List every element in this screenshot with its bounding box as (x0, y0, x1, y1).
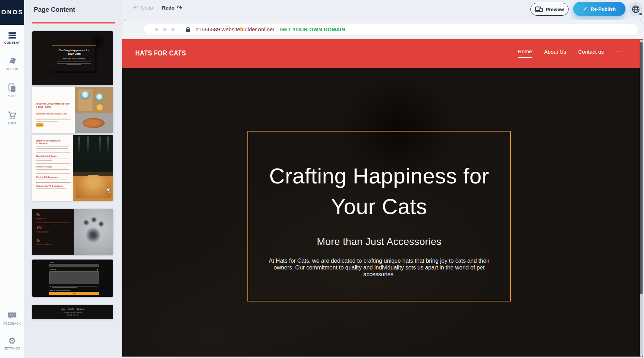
section-thumbnail-footer[interactable]: Home About Us Contact us © Copyright. Al… (32, 305, 113, 319)
preview-button[interactable]: Preview (530, 3, 569, 16)
sidebar-item-settings[interactable]: ⚙ SETTINGS (0, 337, 24, 350)
stat-value: 5k (36, 213, 70, 217)
website-builder-app: IONOS CONTENT DESIGN PAGES (0, 0, 644, 358)
thumb-form-consent-placeholder (52, 286, 98, 288)
panel-title: Page Content (34, 6, 75, 14)
thumb-hero-title: Crafting Happiness for Your Cats (56, 49, 93, 56)
section-thumbnail-stats[interactable]: 5k Happy Cats 150 Unique Designs 1k Repe… (32, 209, 113, 255)
design-icon (8, 57, 16, 65)
sidebar-item-label: PAGES (7, 94, 18, 98)
thumb-collection-text: Explore Our Exquisite Collection Hand-Cr… (36, 139, 70, 189)
sidebar-item-label: SETTINGS (4, 347, 20, 350)
thumb-collection-item: Hand-Crafted Quality (36, 155, 70, 157)
hero-subtitle: More than Just Accessories (317, 236, 441, 247)
thumb-form-hint-icon (97, 269, 98, 271)
undo-icon: ↶ (133, 5, 138, 10)
globe-button[interactable] (629, 2, 643, 16)
undo-label: Undo (141, 5, 153, 11)
republish-label: Re-Publish (591, 6, 616, 12)
pages-icon (8, 83, 16, 92)
get-your-own-domain-link[interactable]: GET YOUR OWN DOMAIN (280, 27, 345, 32)
panel-active-underline (32, 22, 115, 23)
sidebar-item-label: CONTENT (4, 41, 20, 44)
section-thumbnail-collection[interactable]: Explore Our Exquisite Collection Hand-Cr… (32, 135, 113, 201)
lock-icon (185, 27, 190, 33)
thumb-paw-print-image (74, 209, 113, 255)
gear-icon: ⚙ (8, 337, 16, 345)
thumb-discover-heading: Discover Unique Hats for Your Feline Fri… (36, 102, 73, 108)
site-url: n1566589.websitebuilder.online/ (195, 26, 274, 33)
globe-icon (632, 5, 640, 14)
thumb-footer-social-icons (32, 314, 113, 316)
preview-scrollbar (640, 40, 643, 357)
thumb-discover-body-placeholder (36, 118, 73, 122)
site-hero-section: Crafting Happiness for Your Cats More th… (122, 68, 643, 357)
thumb-form-message-label: Message (50, 269, 56, 271)
thumb-form-send-button: Send (49, 292, 99, 295)
site-nav: Home About Us Contact us ⋯ (518, 48, 622, 58)
sidebar-item-label: SHOP (7, 122, 17, 125)
thumb-hero-subtitle: More than Just Accessories (63, 58, 85, 60)
nav-item-home[interactable]: Home (518, 48, 532, 58)
stat-value: 1k (36, 239, 70, 243)
site-logo[interactable]: HATS FOR CATS (135, 49, 186, 57)
undo-button[interactable]: ↶ Undo (133, 5, 153, 11)
stat-label: Happy Cats (36, 218, 70, 220)
preview-scrollbar-thumb[interactable] (640, 42, 643, 294)
thumb-footer-links: Home About Us Contact us (32, 308, 113, 310)
republish-button[interactable]: ✓ Re-Publish (573, 2, 625, 16)
redo-icon: ↷ (177, 5, 182, 10)
section-thumbnail-contact-form[interactable]: Name* Message Please fill in all the req… (32, 260, 113, 297)
sidebar-item-label: FEEDBACK (3, 322, 21, 325)
preview-label: Preview (546, 7, 564, 12)
sidebar-item-design[interactable]: DESIGN (0, 57, 24, 71)
devices-icon (535, 6, 543, 12)
left-rail: IONOS CONTENT DESIGN PAGES (0, 0, 24, 358)
section-thumbnail-discover[interactable]: Discover Unique Hats for Your Feline Fri… (32, 87, 113, 133)
thumb-street-cat-image (75, 87, 113, 133)
shop-icon (7, 111, 17, 120)
stat-label: Unique Designs (36, 231, 70, 233)
browser-chrome-bar: n1566589.websitebuilder.online/ GET YOUR… (122, 20, 643, 39)
thumb-stats-text: 5k Happy Cats 150 Unique Designs 1k Repe… (36, 213, 70, 246)
thumb-discover-text: Discover Unique Hats for Your Feline Fri… (36, 102, 73, 122)
sidebar-item-pages[interactable]: PAGES (0, 83, 24, 98)
browser-dots-icon (155, 28, 175, 31)
ionos-logo-text: IONOS (0, 9, 23, 16)
thumb-collection-item: Perfect Fit Guarantee (36, 176, 70, 178)
hero-text-block-selected[interactable]: Crafting Happiness for Your Cats More th… (247, 131, 511, 301)
page-content-panel: Page Content Crafting Happiness for Your… (24, 0, 122, 358)
thumb-form-consent-checkbox (49, 286, 51, 287)
thumb-form-name-label: Name* (50, 262, 55, 263)
sidebar-item-feedback[interactable]: FEEDBACK (0, 311, 24, 325)
check-icon: ✓ (583, 6, 587, 12)
thumb-form-name-input (49, 264, 99, 267)
hero-body-text: At Hats for Cats, we are dedicated to cr… (262, 257, 497, 278)
thumb-footer-copyright: © Copyright. All rights reserved. (32, 311, 113, 313)
sidebar-item-content[interactable]: CONTENT (0, 32, 24, 44)
redo-label: Redo (162, 5, 174, 11)
sidebar-item-shop[interactable]: SHOP (0, 111, 24, 125)
url-bar[interactable]: n1566589.websitebuilder.online/ GET YOUR… (144, 24, 638, 35)
thumb-collection-heading: Explore Our Exquisite Collection (36, 139, 70, 145)
feedback-icon (7, 311, 17, 320)
thumb-collection-item: Suitable for All Occasions (36, 185, 70, 187)
stat-label: Repeat Customers (36, 244, 70, 246)
ionos-logo[interactable]: IONOS (0, 0, 24, 25)
thumb-discover-subheading: Handcrafted Exclusively for Cats (36, 113, 73, 115)
thumb-form-message-textarea (49, 271, 99, 284)
globe-status-dot (639, 13, 642, 15)
content-icon (8, 32, 16, 39)
site-header: HATS FOR CATS Home About Us Contact us ⋯ (122, 39, 643, 68)
thumb-shop-now-button: Shop Now (36, 123, 43, 127)
thumb-cat-fur-image (73, 135, 113, 201)
redo-button[interactable]: Redo ↷ (162, 5, 182, 11)
nav-more-icon[interactable]: ⋯ (616, 48, 622, 58)
stat-value: 150 (36, 226, 70, 230)
hero-title: Crafting Happiness for Your Cats (255, 161, 504, 222)
thumb-hero-body-placeholder (56, 62, 92, 65)
nav-item-contact-us[interactable]: Contact us (578, 49, 604, 58)
sidebar-item-label: DESIGN (6, 67, 19, 71)
section-thumbnail-hero[interactable]: Crafting Happiness for Your Cats More th… (32, 31, 113, 85)
nav-item-about-us[interactable]: About Us (544, 49, 566, 58)
